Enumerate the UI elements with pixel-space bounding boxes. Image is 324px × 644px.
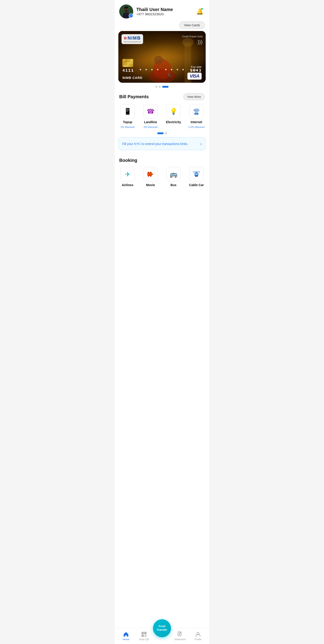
dot-2[interactable]	[159, 86, 161, 88]
card-type: Credit Rupee Gold	[182, 35, 202, 38]
svg-point-16	[196, 114, 197, 114]
visa-text: VISA	[190, 74, 199, 78]
booking-item-airlines[interactable]: ✈ Airlines	[117, 167, 138, 187]
svg-rect-34	[145, 632, 146, 634]
scan-qr-icon	[141, 632, 147, 637]
dot-3-active[interactable]	[162, 86, 169, 88]
pay-dot-1-active[interactable]	[157, 132, 164, 134]
card-dots	[115, 86, 209, 88]
svg-point-27	[196, 172, 197, 173]
main-screen: Thaili User Name +977 9802323620 🔔 View …	[115, 0, 209, 644]
scan-qr-label: Scan QR	[139, 638, 149, 641]
landline-icon-wrap: ☎	[143, 104, 158, 118]
nimb-logo: ✿ NIMB Nepal Investment Mega Bank Ltd.	[122, 34, 143, 44]
header: Thaili User Name +977 9802323620 🔔	[115, 0, 209, 21]
internet-icon-wrap	[189, 104, 204, 118]
avatar-wrapper	[119, 4, 133, 18]
booking-header: Booking	[115, 154, 209, 165]
svg-point-9	[154, 56, 163, 65]
svg-rect-33	[142, 632, 143, 634]
payment-dots	[115, 132, 209, 134]
cablecar-label: Cable Car	[189, 183, 204, 187]
svg-rect-35	[142, 635, 143, 636]
cablecar-icon	[192, 170, 200, 178]
svg-rect-18	[147, 172, 152, 176]
nav-home[interactable]: Home	[117, 632, 135, 641]
user-name: Thaili User Name	[136, 7, 173, 12]
credit-card[interactable]: ✿ NIMB Nepal Investment Mega Bank Ltd. C…	[118, 31, 206, 83]
visa-logo: VISA	[187, 72, 202, 80]
booking-section: Booking ✈ Airlines	[115, 153, 209, 190]
booking-item-cablecar[interactable]: Cable Car	[186, 167, 207, 187]
card-top: ✿ NIMB Nepal Investment Mega Bank Ltd. C…	[122, 34, 202, 45]
movie-icon-wrap	[143, 167, 158, 182]
airlines-label: Airlines	[122, 183, 133, 187]
statement-label: Statement	[174, 638, 186, 641]
electricity-icon: 💡	[170, 108, 178, 115]
card-bottom: NIMB CARD Exp date 12/24 VISA	[122, 66, 202, 80]
bill-payments-header: Bill Payments View More	[115, 90, 209, 102]
user-phone: +977 9802323620	[136, 12, 173, 16]
card-expiry: Exp date 12/24	[191, 66, 202, 72]
bus-icon: 🚌	[170, 170, 178, 178]
svg-point-15	[195, 114, 196, 114]
payment-item-internet[interactable]: Internet 1-2% Discount	[186, 104, 207, 128]
topup-discount: 2% Discount	[121, 126, 135, 128]
airlines-icon-wrap: ✈	[120, 167, 135, 182]
dot-1[interactable]	[155, 86, 157, 88]
exp-label: Exp date	[191, 66, 202, 68]
home-icon	[123, 632, 129, 637]
nav-scan-qr[interactable]: Scan QR	[135, 632, 153, 641]
card-section: ✿ NIMB Nepal Investment Mega Bank Ltd. C…	[115, 31, 209, 83]
airlines-icon: ✈	[125, 170, 130, 178]
movie-icon	[146, 170, 155, 178]
svg-point-22	[150, 175, 151, 177]
electricity-label: Electricity	[166, 120, 181, 124]
svg-point-5	[125, 10, 128, 12]
internet-label: Internet	[191, 120, 202, 124]
topup-icon-wrap: 📱	[120, 104, 135, 118]
payment-item-landline[interactable]: ☎ Landline 2% Discount	[140, 104, 161, 128]
verified-badge	[129, 14, 133, 18]
payment-item-electricity[interactable]: 💡 Electricity	[163, 104, 184, 128]
bus-icon-wrap: 🚌	[166, 167, 181, 182]
pay-dot-2[interactable]	[165, 132, 167, 134]
svg-point-4	[124, 6, 128, 9]
notification-button[interactable]: 🔔	[195, 6, 205, 16]
svg-point-19	[148, 172, 149, 173]
kyc-text: Fill your KYC to extend your transaction…	[122, 142, 200, 146]
header-left: Thaili User Name +977 9802323620	[119, 4, 173, 18]
booking-item-bus[interactable]: 🚌 Bus	[163, 167, 184, 187]
view-cards-button[interactable]: View Cards	[179, 22, 205, 29]
topup-label: Topup	[123, 120, 132, 124]
payment-grid: 📱 Topup 2% Discount ☎ Landline 2% Discou…	[115, 102, 209, 132]
landline-discount: 2% Discount	[144, 126, 158, 128]
kyc-chevron-icon: ›	[200, 141, 202, 146]
cablecar-icon-wrap	[189, 167, 204, 182]
nav-profile[interactable]: Profile	[189, 632, 207, 641]
profile-icon	[195, 632, 201, 637]
landline-icon: ☎	[147, 108, 155, 115]
home-label: Home	[123, 638, 129, 641]
svg-marker-23	[152, 173, 154, 175]
card-top-right: Credit Rupee Gold )))	[182, 34, 202, 45]
kyc-banner[interactable]: Fill your KYC to extend your transaction…	[118, 137, 206, 150]
view-more-button[interactable]: View More	[183, 94, 205, 100]
internet-icon	[192, 107, 200, 115]
topup-icon: 📱	[124, 108, 132, 115]
booking-grid: ✈ Airlines Movie	[115, 165, 209, 190]
payment-item-topup[interactable]: 📱 Topup 2% Discount	[117, 104, 138, 128]
fund-transfer-button[interactable]: FundTransfer	[153, 619, 171, 637]
landline-label: Landline	[144, 120, 157, 124]
electricity-discount	[173, 126, 174, 128]
profile-label: Profile	[194, 638, 201, 641]
nav-statement[interactable]: Statement	[171, 632, 189, 641]
booking-item-movie[interactable]: Movie	[140, 167, 161, 187]
statement-icon	[177, 632, 183, 637]
internet-discount: 1-2% Discount	[188, 126, 204, 128]
svg-rect-26	[195, 173, 198, 175]
user-info: Thaili User Name +977 9802323620	[136, 7, 173, 16]
svg-rect-28	[195, 176, 196, 177]
notification-dot	[201, 8, 203, 10]
exp-date: 12/24	[191, 68, 198, 72]
